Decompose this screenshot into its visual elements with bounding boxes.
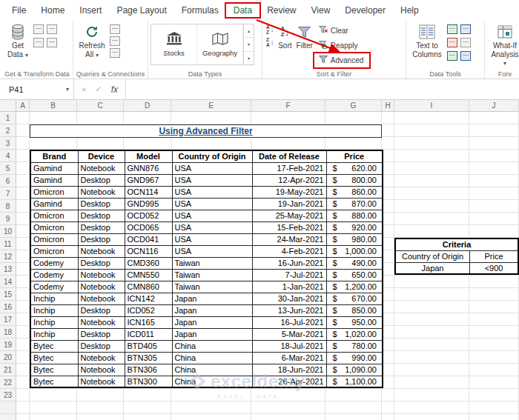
- price-cell[interactable]: $880.00: [326, 210, 383, 221]
- from-web-button[interactable]: [33, 38, 44, 47]
- cell-I8[interactable]: [394, 200, 469, 213]
- column-header-A[interactable]: A: [16, 100, 30, 111]
- table-header-cell[interactable]: Model: [125, 150, 172, 162]
- text-cell[interactable]: Bytec: [30, 376, 78, 387]
- cell-I14[interactable]: [394, 276, 469, 288]
- cell-A17[interactable]: [16, 313, 30, 326]
- text-cell[interactable]: Desktop: [78, 210, 125, 221]
- table-header-cell[interactable]: Country of Origin: [172, 150, 252, 162]
- row-header-3[interactable]: 3: [0, 137, 16, 150]
- cell-J5[interactable]: [469, 162, 519, 175]
- cell-A5[interactable]: [16, 162, 30, 175]
- cell-J3[interactable]: [469, 137, 519, 150]
- text-cell[interactable]: Notebook: [78, 162, 125, 174]
- text-cell[interactable]: Inchip: [30, 316, 78, 328]
- tab-review[interactable]: Review: [260, 1, 303, 19]
- row-header-1[interactable]: 1: [0, 112, 16, 124]
- cell-C24[interactable]: [77, 401, 124, 414]
- table-header-cell[interactable]: Date of Release: [252, 150, 326, 162]
- row-header-8[interactable]: 8: [0, 200, 16, 213]
- text-cell[interactable]: USA: [172, 186, 252, 198]
- column-header-J[interactable]: J: [469, 100, 519, 111]
- cell-H10[interactable]: [382, 225, 394, 238]
- price-cell[interactable]: $490.00: [326, 257, 383, 269]
- cell-I17[interactable]: [394, 313, 469, 326]
- advanced-filter-button[interactable]: Advanced: [316, 53, 366, 67]
- cell-A21[interactable]: [16, 364, 30, 376]
- text-cell[interactable]: Desktop: [78, 221, 125, 233]
- cell-H19[interactable]: [382, 339, 394, 351]
- cell-H14[interactable]: [382, 276, 394, 288]
- price-cell[interactable]: $990.00: [326, 352, 383, 364]
- cell-I4[interactable]: [394, 150, 469, 162]
- text-cell[interactable]: Desktop: [78, 233, 125, 245]
- text-cell[interactable]: Omicron: [30, 245, 78, 257]
- text-cell[interactable]: Taiwan: [172, 257, 252, 269]
- cell-E3[interactable]: [171, 137, 251, 150]
- existing-connections-button[interactable]: [47, 38, 57, 47]
- price-cell[interactable]: $860.00: [326, 186, 383, 198]
- text-cell[interactable]: China: [172, 364, 252, 376]
- cell-H24[interactable]: [382, 401, 394, 414]
- cell-J9[interactable]: [469, 213, 519, 225]
- text-cell[interactable]: ICN142: [125, 293, 172, 304]
- text-cell[interactable]: OCD052: [125, 210, 172, 221]
- text-cell[interactable]: USA: [172, 210, 252, 221]
- criteria-title-cell[interactable]: Criteria: [395, 239, 518, 250]
- row-header-9[interactable]: 9: [0, 213, 16, 225]
- cell-H3[interactable]: [382, 137, 394, 150]
- cell-A16[interactable]: [16, 301, 30, 313]
- text-cell[interactable]: ICN165: [125, 316, 172, 328]
- text-cell[interactable]: USA: [172, 162, 252, 174]
- cell-A9[interactable]: [16, 213, 30, 225]
- enter-icon[interactable]: ✓: [95, 84, 102, 94]
- date-cell[interactable]: 16-Jul-2021: [252, 316, 326, 328]
- cell-D25[interactable]: [124, 414, 171, 420]
- sort-button[interactable]: AZ↓ Sort: [277, 21, 293, 52]
- date-cell[interactable]: 12-Apr-2021: [252, 174, 326, 186]
- text-cell[interactable]: Notebook: [78, 186, 125, 198]
- price-cell[interactable]: $1,090.00: [326, 364, 383, 376]
- row-header-19[interactable]: 19: [0, 339, 16, 351]
- cell-C3[interactable]: [77, 137, 124, 150]
- criteria-value-cell[interactable]: Japan: [395, 262, 470, 274]
- text-cell[interactable]: Bytec: [30, 352, 78, 364]
- text-cell[interactable]: Omicron: [30, 210, 78, 221]
- text-cell[interactable]: BTN300: [125, 376, 172, 387]
- cell-I19[interactable]: [394, 339, 469, 351]
- price-cell[interactable]: $920.00: [326, 221, 383, 233]
- cell-H17[interactable]: [382, 313, 394, 326]
- row-header-6[interactable]: 6: [0, 175, 16, 187]
- cell-H15[interactable]: [382, 288, 394, 301]
- cell-F23[interactable]: [251, 389, 325, 401]
- text-cell[interactable]: USA: [172, 245, 252, 257]
- date-cell[interactable]: 5-Mar-2021: [252, 328, 326, 340]
- date-cell[interactable]: 25-May-2021: [252, 210, 326, 221]
- cell-G25[interactable]: [325, 414, 382, 420]
- column-header-E[interactable]: E: [171, 100, 251, 111]
- cell-G24[interactable]: [325, 401, 382, 414]
- cell-A1[interactable]: [16, 112, 30, 124]
- cell-A24[interactable]: [16, 401, 30, 414]
- cell-A15[interactable]: [16, 288, 30, 301]
- cell-I10[interactable]: [394, 225, 469, 238]
- cell-A14[interactable]: [16, 276, 30, 288]
- text-cell[interactable]: ICD011: [125, 328, 172, 340]
- text-cell[interactable]: CMD360: [125, 257, 172, 269]
- cell-H16[interactable]: [382, 301, 394, 313]
- row-header-15[interactable]: 15: [0, 288, 16, 301]
- insert-function-icon[interactable]: fx: [111, 84, 118, 95]
- criteria-header-cell[interactable]: Country of Origin: [395, 250, 470, 262]
- text-cell[interactable]: Codemy: [30, 257, 78, 269]
- date-cell[interactable]: 26-Apr-2021: [252, 376, 326, 387]
- text-cell[interactable]: Bytec: [30, 364, 78, 376]
- text-cell[interactable]: CMN860: [125, 281, 172, 293]
- cell-J1[interactable]: [469, 112, 519, 124]
- date-cell[interactable]: 6-Mar-2021: [252, 352, 326, 364]
- cell-I7[interactable]: [394, 187, 469, 200]
- tab-view[interactable]: View: [304, 1, 338, 19]
- date-cell[interactable]: 4-Feb-2021: [252, 245, 326, 257]
- date-cell[interactable]: 16-Jun-2021: [252, 257, 326, 269]
- cell-A25[interactable]: [16, 414, 30, 420]
- text-cell[interactable]: ICD052: [125, 304, 172, 316]
